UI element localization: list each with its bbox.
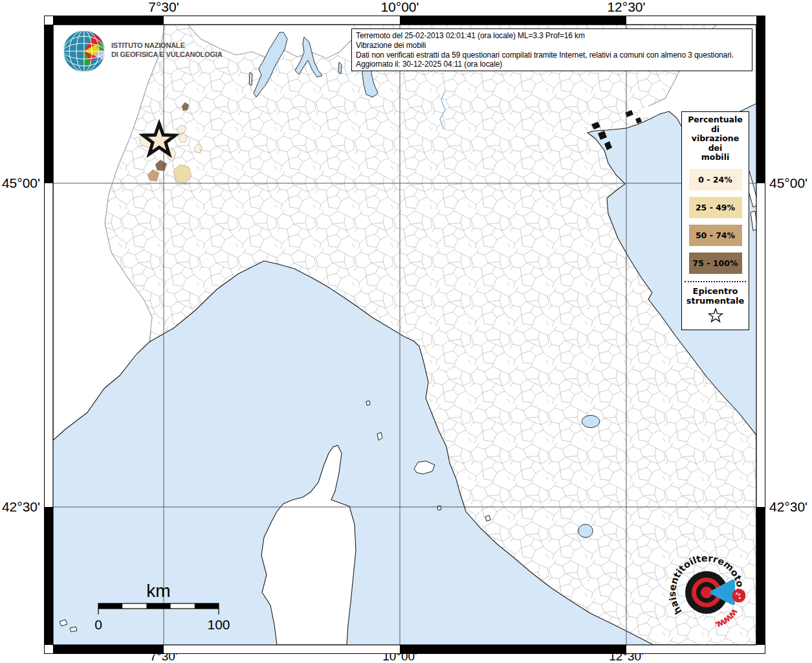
legend-title-line: vibrazione	[682, 134, 749, 144]
axis-label-right-42: 42°30'	[769, 499, 807, 515]
map-image: km 0 100 ?	[44, 16, 765, 654]
legend-swatch-75-100: 75 - 100%	[689, 253, 742, 274]
scale-start-label: 0	[94, 617, 102, 632]
axis-label-top-12-30: 12°30'	[607, 0, 645, 14]
legend-swatch-0-24: 0 - 24%	[689, 169, 742, 190]
legend-swatch-25-49: 25 - 49%	[689, 197, 742, 218]
axis-label-right-45: 45°00'	[769, 175, 807, 191]
earthquake-map-page: 7°30' 10°00' 12°30' 7°30' 10°00' 12°30' …	[0, 0, 812, 663]
ingv-name-line1: ISTITUTO NAZIONALE	[111, 41, 222, 51]
scale-unit-label: km	[146, 581, 170, 601]
legend: Percentuale di vibrazione dei mobili 0 -…	[681, 111, 749, 330]
legend-epicenter-label: Epicentro	[682, 286, 749, 296]
axis-label-left-45: 45°00'	[2, 175, 40, 191]
scale-end-label: 100	[207, 617, 230, 632]
axis-label-top-7-30: 7°30'	[148, 0, 179, 14]
info-line-event: Terremoto del 25-02-2013 02:01:41 (ora l…	[356, 31, 748, 41]
ingv-name-line2: DI GEOFISICA E VULCANOLOGIA	[111, 51, 222, 60]
legend-title-line: mobili	[682, 153, 749, 163]
legend-epicenter-label: strumentale	[682, 296, 749, 306]
info-line-note: Dati non verificati estratti da 59 quest…	[356, 51, 748, 60]
axis-label-left-42: 42°30'	[2, 499, 40, 515]
info-line-type: Vibrazione dei mobili	[356, 41, 748, 51]
ingv-logo: ISTITUTO NAZIONALE DI GEOFISICA E VULCAN…	[62, 29, 230, 74]
info-line-updated: Aggiornato il: 30-12-2025 04:11 (ora loc…	[356, 60, 748, 69]
axis-label-top-10-00: 10°00'	[380, 0, 419, 14]
legend-title-line: dei	[682, 144, 749, 153]
info-box: Terremoto del 25-02-2013 02:01:41 (ora l…	[351, 28, 752, 71]
legend-swatch-50-74: 50 - 74%	[689, 225, 742, 246]
legend-divider	[685, 281, 746, 282]
ingv-globe-icon	[62, 29, 106, 73]
legend-title-line: Percentuale	[682, 115, 749, 125]
site-logo-text-it: .it	[735, 587, 746, 600]
epicenter-star-icon	[707, 308, 724, 323]
legend-title-line: di	[682, 125, 749, 135]
